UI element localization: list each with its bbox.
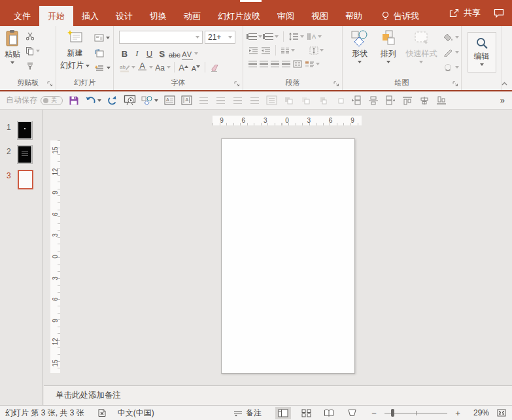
qat-layer-down-button[interactable] <box>333 93 345 108</box>
justify-button[interactable] <box>282 61 290 67</box>
qat-more-button[interactable]: » <box>500 95 506 105</box>
convert-smartart-button[interactable] <box>305 60 320 68</box>
clear-formatting-button[interactable] <box>209 61 220 74</box>
increase-indent-button[interactable] <box>261 47 271 54</box>
redo-button[interactable] <box>107 93 118 108</box>
line-spacing-button[interactable] <box>288 33 304 40</box>
shape-effects-button[interactable] <box>441 61 461 74</box>
align-text-button[interactable] <box>309 46 324 55</box>
qat-layer-up-button[interactable] <box>316 93 328 108</box>
italic-button[interactable]: I <box>131 47 143 60</box>
slide-layout-button[interactable] <box>92 31 112 44</box>
notes-pane[interactable]: 单击此处添加备注 <box>44 385 512 405</box>
strikethrough-button[interactable]: abc <box>169 47 180 60</box>
zoom-slider[interactable] <box>384 408 447 417</box>
shape-fill-button[interactable] <box>441 31 461 44</box>
tab-help[interactable]: 帮助 <box>337 6 371 26</box>
qat-send-back-button[interactable] <box>384 93 396 108</box>
slide-canvas[interactable] <box>221 138 355 374</box>
bold-button[interactable]: B <box>119 47 130 60</box>
qat-align-bottom-button[interactable] <box>435 93 447 108</box>
slide-thumbnail-2[interactable]: 2 <box>0 146 43 163</box>
add-remove-columns-button[interactable] <box>293 60 302 68</box>
grow-font-button[interactable]: A <box>178 61 189 74</box>
tab-slideshow[interactable]: 幻灯片放映 <box>209 6 269 26</box>
bullets-button[interactable] <box>248 33 262 40</box>
zoom-slider-handle[interactable] <box>391 409 394 417</box>
reading-view-button[interactable] <box>321 407 337 419</box>
qat-align-center-button[interactable] <box>214 93 226 108</box>
tab-insert[interactable]: 插入 <box>73 6 107 26</box>
qat-shapes-button[interactable] <box>141 93 158 108</box>
fit-to-window-button[interactable] <box>496 408 507 417</box>
character-spacing-button[interactable]: AV <box>182 47 193 60</box>
qat-bring-forward-button[interactable] <box>282 93 294 108</box>
share-button[interactable]: 共享 <box>449 7 481 19</box>
font-name-combo[interactable] <box>119 31 203 44</box>
language-indicator[interactable]: 中文(中国) <box>118 408 154 419</box>
underline-button[interactable]: U <box>144 47 155 60</box>
convert-smartart-caret <box>316 63 320 65</box>
new-slide-label-line1: 新建 <box>67 48 83 59</box>
tell-me-button[interactable]: 告诉我 <box>381 6 419 26</box>
text-shadow-button[interactable]: S <box>156 47 167 60</box>
tab-review[interactable]: 审阅 <box>269 6 303 26</box>
font-size-combo[interactable]: 21+ <box>205 31 235 44</box>
status-bar: 幻灯片 第 3 张, 共 3 张 中文(中国) 备注 − + 29% <box>0 405 512 420</box>
slide-thumbnail-3[interactable]: 3 <box>0 170 43 189</box>
tab-view[interactable]: 视图 <box>303 6 337 26</box>
zoom-level[interactable]: 29% <box>468 408 489 417</box>
font-color-button[interactable]: A <box>137 61 148 74</box>
qat-align-top-button[interactable] <box>401 93 413 108</box>
copy-button[interactable] <box>24 44 42 57</box>
zoom-in-button[interactable]: + <box>454 408 461 418</box>
zoom-out-button[interactable]: − <box>371 408 377 418</box>
save-button[interactable] <box>68 93 80 108</box>
decrease-indent-button[interactable] <box>248 47 258 54</box>
slide-sorter-view-button[interactable] <box>298 407 314 419</box>
vruler-tick: 12 <box>52 338 59 346</box>
insert-vertical-textbox-button[interactable]: A <box>180 93 192 108</box>
columns-button[interactable] <box>281 47 295 54</box>
notes-toggle-button[interactable]: 备注 <box>233 408 262 419</box>
start-slideshow-button[interactable] <box>124 93 136 108</box>
shrink-font-button[interactable]: A <box>190 61 201 74</box>
undo-button[interactable] <box>85 93 101 108</box>
tab-file[interactable]: 文件 <box>5 6 39 26</box>
slide-thumbnail-1[interactable]: 1 <box>0 121 43 139</box>
text-direction-button[interactable]: A <box>307 33 322 40</box>
format-painter-button[interactable] <box>24 59 42 73</box>
cut-button[interactable] <box>24 29 42 42</box>
reset-slide-button[interactable] <box>92 46 112 59</box>
tab-transitions[interactable]: 切换 <box>141 6 175 26</box>
section-button[interactable] <box>92 61 112 74</box>
qat-align-left-button[interactable] <box>197 93 209 108</box>
editing-button[interactable]: 编辑 <box>468 32 496 73</box>
spell-check-button[interactable] <box>97 408 107 417</box>
change-case-caret <box>167 66 171 69</box>
qat-align-right-button[interactable] <box>231 93 243 108</box>
change-case-button[interactable]: Aa <box>154 61 165 74</box>
align-center-button[interactable] <box>260 61 268 67</box>
slideshow-view-button[interactable] <box>344 407 360 419</box>
qat-distribute-button[interactable] <box>265 93 277 108</box>
qat-align-center-objects-button[interactable] <box>418 93 430 108</box>
qat-shapes-icon <box>141 95 153 106</box>
qat-align-middle-objects-button[interactable] <box>367 93 379 108</box>
qat-bring-front-button[interactable] <box>350 93 362 108</box>
shape-outline-button[interactable] <box>441 46 461 59</box>
insert-textbox-button[interactable]: A <box>163 93 175 108</box>
align-left-button[interactable] <box>248 61 257 67</box>
tab-animations[interactable]: 动画 <box>175 6 209 26</box>
comments-button[interactable] <box>494 8 504 18</box>
tab-home[interactable]: 开始 <box>39 6 73 26</box>
numbering-button[interactable] <box>265 33 279 40</box>
collapse-ribbon-button[interactable] <box>501 81 508 86</box>
qat-send-backward-button[interactable] <box>299 93 311 108</box>
normal-view-button[interactable] <box>275 407 291 419</box>
highlight-color-button[interactable]: ab <box>119 61 130 74</box>
autosave-toggle[interactable]: 关 <box>41 96 63 105</box>
qat-justify-button[interactable] <box>248 93 260 108</box>
tab-design[interactable]: 设计 <box>107 6 141 26</box>
align-right-button[interactable] <box>271 61 279 67</box>
